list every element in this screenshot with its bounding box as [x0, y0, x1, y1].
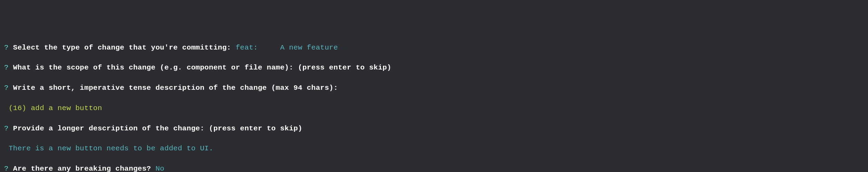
prompt-text: Write a short, imperative tense descript…	[9, 84, 338, 92]
char-count: (16)	[4, 104, 27, 112]
answer-value: No	[156, 165, 165, 172]
question-mark-icon: ?	[4, 84, 9, 92]
short-desc-text: add a new button	[27, 104, 102, 112]
terminal-line-long-desc-answer: There is a new button needs to be added …	[4, 143, 864, 153]
question-mark-icon: ?	[4, 64, 9, 72]
terminal-line-commit-type: ? Select the type of change that you're …	[4, 43, 864, 53]
terminal-line-breaking: ? Are there any breaking changes? No	[4, 164, 864, 172]
terminal-line-scope: ? What is the scope of this change (e.g.…	[4, 63, 864, 73]
answer-value: feat: A new feature	[236, 44, 338, 52]
long-desc-text: There is a new button needs to be added …	[4, 144, 213, 152]
prompt-text: Provide a longer description of the chan…	[9, 125, 303, 132]
terminal-line-short-desc: ? Write a short, imperative tense descri…	[4, 83, 864, 93]
prompt-text: What is the scope of this change (e.g. c…	[9, 64, 392, 72]
prompt-text: Are there any breaking changes?	[9, 165, 156, 172]
prompt-text: Select the type of change that you're co…	[9, 44, 236, 52]
question-mark-icon: ?	[4, 125, 9, 132]
terminal-line-short-desc-answer: (16) add a new button	[4, 103, 864, 113]
terminal-line-long-desc: ? Provide a longer description of the ch…	[4, 123, 864, 133]
question-mark-icon: ?	[4, 44, 9, 52]
question-mark-icon: ?	[4, 165, 9, 172]
